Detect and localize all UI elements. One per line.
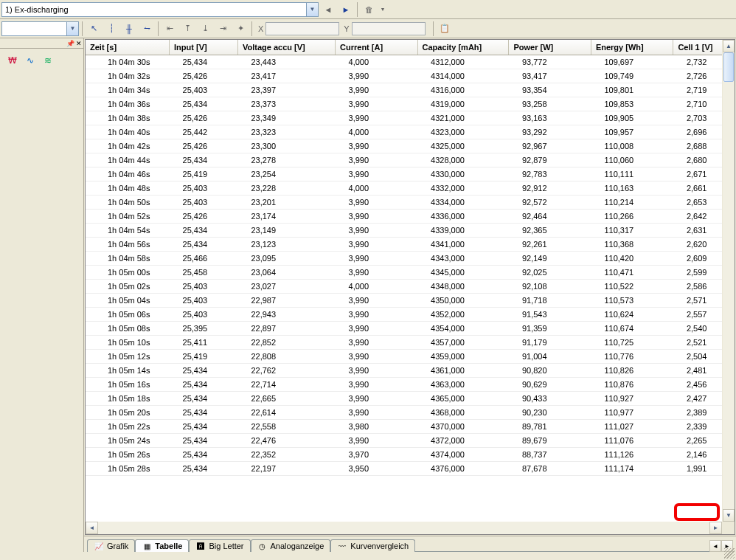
table-row[interactable]: 1h 05m 02s25,40323,0274,0004348,00092,10… bbox=[86, 280, 735, 294]
table-row[interactable]: 1h 05m 24s25,43422,4763,9904372,00089,67… bbox=[86, 434, 735, 448]
table-row[interactable]: 1h 05m 10s25,41122,8523,9904357,00091,17… bbox=[86, 336, 735, 350]
table-cell: 25,434 bbox=[170, 378, 238, 392]
tool-icon: ⤓ bbox=[202, 24, 209, 33]
table-row[interactable]: 1h 05m 04s25,40322,9873,9904350,00091,71… bbox=[86, 294, 735, 308]
scroll-left-button[interactable]: ◄ bbox=[86, 522, 98, 534]
scroll-thumb[interactable] bbox=[723, 52, 734, 82]
table-cell: 22,614 bbox=[237, 406, 335, 420]
delete-button[interactable]: 🗑 bbox=[361, 1, 377, 18]
vertical-scrollbar[interactable]: ▲ ▼ bbox=[722, 40, 735, 522]
table-row[interactable]: 1h 05m 14s25,43422,7623,9904361,00090,82… bbox=[86, 364, 735, 378]
table-row[interactable]: 1h 05m 22s25,43422,5583,9804370,00089,78… bbox=[86, 420, 735, 434]
tab-strip bbox=[415, 551, 709, 552]
col-header-current[interactable]: Current [A] bbox=[336, 40, 417, 55]
tab-kurvenvergleich[interactable]: 〰Kurvenvergleich bbox=[330, 539, 415, 552]
separator bbox=[82, 21, 83, 36]
table-row[interactable]: 1h 04m 40s25,44223,3234,0004323,00093,29… bbox=[86, 125, 735, 139]
col-header-input[interactable]: Input [V] bbox=[170, 40, 238, 55]
delete-dropdown-button[interactable]: ▼ bbox=[378, 1, 387, 18]
body: 📌 ✕ ₩ ∿ ≋ Zeit [s] Input [V] Voltage acc… bbox=[0, 38, 736, 552]
close-icon[interactable]: ✕ bbox=[76, 40, 82, 47]
table-row[interactable]: 1h 05m 18s25,43422,6653,9904365,00090,43… bbox=[86, 392, 735, 406]
table-cell: 4334,000 bbox=[417, 196, 509, 210]
chart-tool-1[interactable]: ₩ bbox=[6, 55, 19, 66]
coord-y-field[interactable] bbox=[352, 22, 426, 35]
pin-icon[interactable]: 📌 bbox=[66, 40, 74, 47]
table-row[interactable]: 1h 04m 46s25,41923,2543,9904330,00092,78… bbox=[86, 167, 735, 182]
table-cell: 91,004 bbox=[509, 350, 591, 364]
table-cell: 4343,000 bbox=[417, 252, 509, 266]
mode-dropdown[interactable]: 1) Ex-discharging ▼ bbox=[1, 2, 319, 17]
table-cell: 1h 05m 20s bbox=[86, 406, 170, 420]
tool-button-5[interactable]: ⇤ bbox=[162, 21, 178, 37]
tool-button-2[interactable]: ┆ bbox=[103, 21, 119, 37]
table-row[interactable]: 1h 05m 16s25,43422,7143,9904363,00090,62… bbox=[86, 378, 735, 392]
table-row[interactable]: 1h 04m 36s25,43423,3733,9904319,00093,25… bbox=[86, 97, 735, 111]
col-header-zeit[interactable]: Zeit [s] bbox=[86, 40, 170, 55]
table-cell: 91,543 bbox=[509, 308, 591, 322]
table-cell: 25,434 bbox=[170, 238, 238, 252]
table-row[interactable]: 1h 05m 20s25,43422,6143,9904368,00090,23… bbox=[86, 406, 735, 420]
tab-big letter[interactable]: 🅰Big Letter bbox=[189, 539, 250, 552]
table-row[interactable]: 1h 05m 12s25,41922,8083,9904359,00091,00… bbox=[86, 350, 735, 364]
table-row[interactable]: 1h 04m 42s25,42623,3003,9904325,00092,96… bbox=[86, 139, 735, 153]
table-row[interactable]: 1h 05m 28s25,43422,1973,9504376,00087,67… bbox=[86, 462, 735, 476]
table-row[interactable]: 1h 04m 34s25,40323,3973,9904316,00093,35… bbox=[86, 83, 735, 97]
table-row[interactable]: 1h 04m 56s25,43423,1233,9904341,00092,26… bbox=[86, 238, 735, 252]
hscroll-track[interactable] bbox=[98, 522, 709, 534]
chart-tool-3[interactable]: ≋ bbox=[41, 55, 55, 66]
table-row[interactable]: 1h 04m 50s25,40323,2013,9904334,00092,57… bbox=[86, 196, 735, 210]
table-cell: 1h 05m 22s bbox=[86, 420, 170, 434]
table-cell: 1h 04m 56s bbox=[86, 238, 170, 252]
prev-button[interactable]: ◄ bbox=[320, 1, 336, 18]
table-row[interactable]: 1h 04m 54s25,43423,1493,9904339,00092,36… bbox=[86, 224, 735, 238]
scroll-down-button[interactable]: ▼ bbox=[723, 509, 735, 522]
table-cell: 3,990 bbox=[336, 308, 417, 322]
table-cell: 23,027 bbox=[237, 280, 335, 294]
coord-x-field[interactable] bbox=[265, 22, 339, 35]
tool-button-3[interactable]: ╫ bbox=[121, 21, 137, 37]
copy-button[interactable]: 📋 bbox=[437, 21, 453, 37]
table-cell: 25,403 bbox=[170, 182, 238, 196]
col-header-capacity[interactable]: Capacity [mAh] bbox=[417, 40, 509, 55]
table-row[interactable]: 1h 04m 48s25,40323,2284,0004332,00092,91… bbox=[86, 182, 735, 196]
horizontal-scrollbar[interactable]: ◄ ► bbox=[86, 522, 735, 534]
col-header-power[interactable]: Power [W] bbox=[509, 40, 591, 55]
scroll-right-button[interactable]: ► bbox=[709, 522, 722, 534]
tab-analoganzeige[interactable]: ◷Analoganzeige bbox=[251, 539, 331, 552]
table-cell: 3,990 bbox=[336, 322, 417, 336]
table-row[interactable]: 1h 04m 30s25,43423,4434,0004312,00093,77… bbox=[86, 55, 735, 69]
col-header-voltage[interactable]: Voltage accu [V] bbox=[237, 40, 335, 55]
table-cell: 4339,000 bbox=[417, 224, 509, 238]
table-cell: 91,359 bbox=[509, 322, 591, 336]
secondary-dropdown[interactable]: ▼ bbox=[1, 21, 79, 36]
table-cell: 92,879 bbox=[509, 153, 591, 167]
tool-button-9[interactable]: ✦ bbox=[232, 21, 249, 37]
tab-scroll-left[interactable]: ◄ bbox=[709, 540, 721, 552]
table-cell: 25,434 bbox=[170, 448, 238, 462]
table-cell: 25,434 bbox=[170, 224, 238, 238]
tab-tabelle[interactable]: ▦Tabelle bbox=[135, 539, 189, 552]
table-row[interactable]: 1h 04m 44s25,43423,2783,9904328,00092,87… bbox=[86, 153, 735, 167]
table-row[interactable]: 1h 05m 06s25,40322,9433,9904352,00091,54… bbox=[86, 308, 735, 322]
next-button[interactable]: ► bbox=[338, 1, 354, 18]
tool-button-1[interactable]: ↖ bbox=[86, 21, 102, 37]
tool-button-4[interactable]: ⥊ bbox=[139, 21, 155, 37]
tool-button-6[interactable]: ⤒ bbox=[179, 21, 195, 37]
table-row[interactable]: 1h 04m 32s25,42623,4173,9904314,00093,41… bbox=[86, 69, 735, 83]
table-row[interactable]: 1h 05m 26s25,43422,3523,9704374,00088,73… bbox=[86, 448, 735, 462]
resize-grip[interactable] bbox=[724, 548, 735, 559]
scroll-up-button[interactable]: ▲ bbox=[723, 40, 735, 52]
tab-grafik[interactable]: 📈Grafik bbox=[87, 539, 135, 552]
table-row[interactable]: 1h 05m 08s25,39522,8973,9904354,00091,35… bbox=[86, 322, 735, 336]
table-row[interactable]: 1h 05m 00s25,45823,0643,9904345,00092,02… bbox=[86, 266, 735, 280]
chart-tool-2[interactable]: ∿ bbox=[24, 55, 37, 66]
table-cell: 3,990 bbox=[336, 196, 417, 210]
table-cell: 3,990 bbox=[336, 434, 417, 448]
table-row[interactable]: 1h 04m 52s25,42623,1743,9904336,00092,46… bbox=[86, 210, 735, 224]
table-row[interactable]: 1h 04m 38s25,42623,3493,9904321,00093,16… bbox=[86, 111, 735, 125]
tool-button-7[interactable]: ⤓ bbox=[197, 21, 213, 37]
col-header-energy[interactable]: Energy [Wh] bbox=[591, 40, 673, 55]
table-row[interactable]: 1h 04m 58s25,46623,0953,9904343,00092,14… bbox=[86, 252, 735, 266]
tool-button-8[interactable]: ⇥ bbox=[215, 21, 231, 37]
